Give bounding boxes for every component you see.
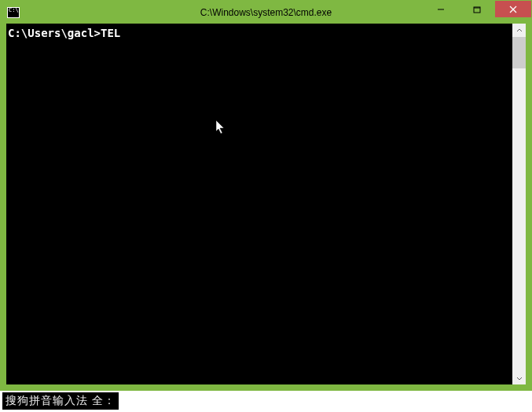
scroll-thumb[interactable] (512, 37, 526, 68)
maximize-button[interactable] (459, 1, 495, 17)
window-controls (423, 1, 531, 17)
close-icon (509, 6, 517, 13)
scroll-down-button[interactable] (512, 371, 526, 384)
cmd-icon (7, 7, 20, 18)
minimize-icon (437, 6, 445, 13)
client-area: C:\Users\gacl>TEL (1, 24, 531, 390)
titlebar[interactable]: C:\Windows\system32\cmd.exe (1, 1, 531, 24)
chevron-up-icon (516, 28, 523, 34)
command-input-text: TEL (101, 27, 120, 39)
chevron-down-icon (516, 375, 523, 381)
window-title: C:\Windows\system32\cmd.exe (200, 7, 332, 18)
ime-status-text: 搜狗拼音输入法 全： (6, 394, 116, 406)
vertical-scrollbar[interactable] (512, 24, 526, 384)
mouse-cursor-icon (216, 120, 227, 136)
minimize-button[interactable] (423, 1, 459, 17)
console-wrap: C:\Users\gacl>TEL (6, 24, 526, 384)
ime-status-bar[interactable]: 搜狗拼音输入法 全： (2, 392, 119, 410)
cmd-window: C:\Windows\system32\cmd.exe (0, 0, 532, 391)
close-button[interactable] (495, 1, 531, 17)
maximize-icon (473, 6, 481, 13)
console-output[interactable]: C:\Users\gacl>TEL (6, 24, 512, 384)
scroll-up-button[interactable] (512, 24, 526, 37)
prompt-text: C:\Users\gacl> (8, 27, 101, 39)
scroll-track[interactable] (512, 37, 526, 371)
